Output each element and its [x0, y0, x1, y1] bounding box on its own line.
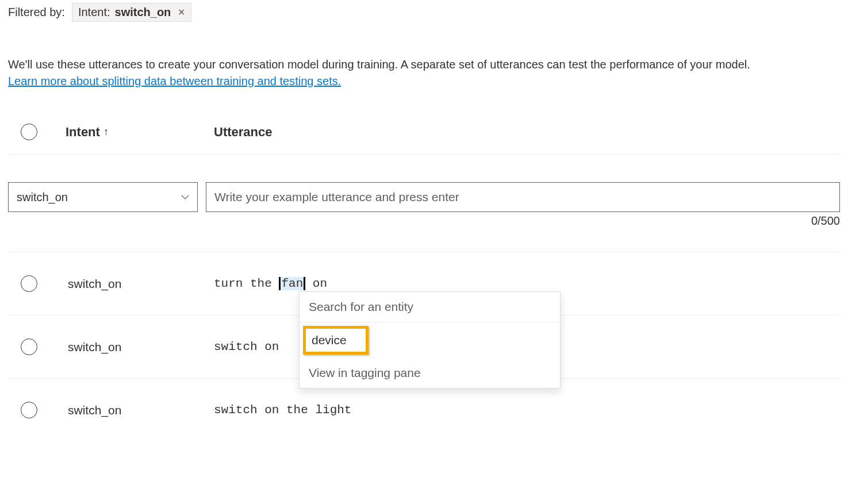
intent-column-header[interactable]: Intent ↑ — [66, 125, 214, 140]
select-all-radio[interactable] — [21, 124, 37, 140]
utterance-text-pre: turn the — [214, 277, 279, 290]
row-select-radio[interactable] — [21, 338, 37, 355]
utterance-column-header[interactable]: Utterance — [214, 125, 840, 140]
table-row: switch_on turn the fan on device View in… — [8, 252, 840, 316]
row-select-radio[interactable] — [21, 275, 37, 292]
row-intent: switch_on — [66, 340, 214, 354]
view-tagging-pane-option[interactable]: View in tagging pane — [300, 358, 560, 388]
filter-chip[interactable]: Intent: switch_on ✕ — [72, 3, 191, 22]
input-row: switch_on 0/500 — [8, 155, 840, 228]
filter-label: Filtered by: — [8, 6, 65, 19]
intent-dropdown[interactable]: switch_on — [8, 182, 198, 212]
row-intent: switch_on — [66, 277, 214, 291]
entity-option-device[interactable]: device — [303, 326, 369, 355]
filter-bar: Filtered by: Intent: switch_on ✕ — [8, 3, 840, 22]
filter-chip-prefix: Intent: — [78, 6, 110, 19]
row-intent: switch_on — [66, 403, 214, 417]
sort-ascending-icon: ↑ — [103, 126, 109, 138]
close-icon[interactable]: ✕ — [178, 7, 185, 18]
learn-more-link[interactable]: Learn more about splitting data between … — [8, 75, 341, 87]
row-utterance[interactable]: turn the fan on — [214, 277, 840, 290]
entity-search-input[interactable] — [300, 292, 560, 322]
utterance-input[interactable] — [206, 182, 840, 212]
row-select-radio[interactable] — [21, 402, 37, 418]
entity-picker-popup: device View in tagging pane — [299, 291, 561, 388]
char-count: 0/500 — [811, 214, 840, 228]
row-utterance[interactable]: switch on the light — [214, 403, 840, 417]
utterance-text-post: on — [305, 277, 327, 290]
table-header: Intent ↑ Utterance — [8, 88, 840, 155]
description-text: We'll use these utterances to create you… — [8, 56, 840, 72]
filter-chip-value: switch_on — [115, 6, 171, 19]
entity-token-highlight[interactable]: fan — [279, 277, 305, 290]
chevron-down-icon — [181, 193, 189, 202]
intent-selected-value: switch_on — [17, 191, 68, 204]
intent-header-label: Intent — [66, 125, 100, 140]
